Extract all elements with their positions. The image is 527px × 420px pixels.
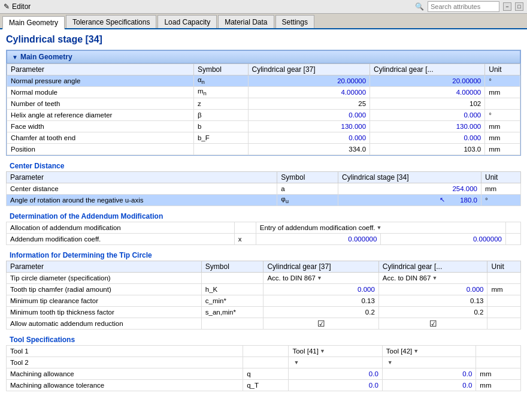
table-row[interactable]: Number of teeth z 25 102	[7, 98, 520, 110]
checkbox2-cell[interactable]: ☑	[378, 318, 487, 330]
val1-cell[interactable]: 0.2	[264, 307, 378, 318]
val2-cell[interactable]: 103.0	[370, 144, 485, 155]
val2-cell[interactable]: Tool [42] ▼	[382, 346, 475, 357]
table-row[interactable]: Tool 1 Tool [41] ▼ Tool [42] ▼	[7, 346, 521, 357]
val1-cell[interactable]: 0.000	[248, 110, 370, 121]
param-cell: Chamfer at tooth end	[7, 132, 194, 144]
val1-cell[interactable]: Tool [41] ▼	[289, 346, 382, 357]
val2-cell[interactable]: 130.000	[370, 121, 485, 132]
center-distance-label: Center Distance	[6, 159, 521, 171]
val1-cell[interactable]: 180.0 ↖	[338, 195, 481, 206]
col-unit: Unit	[487, 261, 521, 273]
table3-header-row: Parameter Symbol Cylindrical gear [37] C…	[7, 261, 521, 273]
val1-cell[interactable]: 0.0	[289, 380, 382, 391]
table-row[interactable]: Chamfer at tooth end b_F 0.000 0.000 mm	[7, 132, 520, 144]
tool-section: Tool Specifications Tool 1 Tool [41] ▼ T…	[6, 333, 521, 391]
table-row[interactable]: Normal module mn 4.00000 4.00000 mm	[7, 87, 520, 98]
table-row[interactable]: Tooth tip chamfer (radial amount) h_K 0.…	[7, 284, 521, 295]
dropdown-value: Entry of addendum modification coeff.	[260, 224, 375, 231]
unit-cell	[485, 98, 520, 110]
val1-cell[interactable]: 0.000000	[256, 234, 381, 245]
tab-tolerance[interactable]: Tolerance Specifications	[66, 15, 156, 28]
checkbox1-icon[interactable]: ☑	[317, 319, 325, 328]
unit-cell: mm	[485, 144, 520, 155]
val2-cell[interactable]: ▼	[382, 357, 475, 368]
table-row[interactable]: Position 334.0 103.0 mm	[7, 144, 520, 155]
tab-material-data[interactable]: Material Data	[218, 15, 274, 28]
val1-cell[interactable]: 25	[248, 98, 370, 110]
val1-cell[interactable]: 20.00000	[248, 75, 370, 87]
val1-cell[interactable]: 334.0	[248, 144, 370, 155]
symbol-cell: b	[193, 121, 248, 132]
table-row[interactable]: Helix angle at reference diameter β 0.00…	[7, 110, 520, 121]
dropdown-arrow-icon[interactable]: ▼	[320, 348, 325, 354]
val1-cell[interactable]: 0.000	[264, 284, 378, 295]
val1-cell[interactable]: 0.13	[264, 295, 378, 307]
table-row[interactable]: Allow automatic addendum reduction ☑ ☑	[7, 318, 521, 330]
unit-cell	[505, 234, 520, 245]
tab-load-capacity[interactable]: Load Capacity	[158, 15, 217, 28]
val1-cell[interactable]: 0.0	[289, 368, 382, 380]
checkbox1-cell[interactable]: ☑	[264, 318, 378, 330]
val2-cell[interactable]: 0.13	[378, 295, 487, 307]
val2-cell[interactable]: 0.2	[378, 307, 487, 318]
val2-cell[interactable]: 0.000000	[381, 234, 506, 245]
main-geometry-header: ▼ Main Geometry	[7, 50, 520, 64]
val2-cell[interactable]: 0.0	[382, 368, 475, 380]
param-cell: Position	[7, 144, 194, 155]
table-row[interactable]: Tip circle diameter (specification) Acc.…	[7, 273, 521, 284]
val1-cell[interactable]: 130.000	[248, 121, 370, 132]
dropdown-arrow-icon[interactable]: ▼	[387, 359, 393, 365]
checkbox2-icon[interactable]: ☑	[429, 319, 437, 328]
col-stage: Cylindrical stage [34]	[338, 172, 481, 183]
minimize-button[interactable]: −	[503, 2, 511, 11]
table-row[interactable]: Center distance a 254.000 mm	[7, 183, 521, 195]
dropdown-arrow-icon[interactable]: ▼	[377, 225, 382, 231]
symbol-cell: q	[243, 368, 289, 380]
table-row[interactable]: Minimum tip clearance factor c_min* 0.13…	[7, 295, 521, 307]
main-geometry-box: ▼ Main Geometry Parameter Symbol Cylindr…	[6, 50, 521, 156]
val1-cell[interactable]: Acc. to DIN 867 ▼	[264, 273, 378, 284]
val2-cell[interactable]: 20.00000	[370, 75, 485, 87]
val2-cell[interactable]: 0.0	[382, 380, 475, 391]
val2-cell[interactable]: Acc. to DIN 867 ▼	[378, 273, 487, 284]
val2-cell[interactable]: 0.000	[378, 284, 487, 295]
val2-cell[interactable]: 102	[370, 98, 485, 110]
editor-icon: ✎	[4, 2, 10, 11]
dropdown-arrow-icon[interactable]: ▼	[413, 348, 419, 354]
val-cell[interactable]: Entry of addendum modification coeff. ▼	[256, 222, 505, 234]
table-row[interactable]: Normal pressure angle αn 20.00000 20.000…	[7, 75, 520, 87]
maximize-button[interactable]: □	[515, 2, 523, 11]
val1-cell[interactable]: 4.00000	[248, 87, 370, 98]
val1-cell[interactable]: 0.000	[248, 132, 370, 144]
val1-cell[interactable]: 254.000	[338, 183, 481, 195]
table-row[interactable]: Tool 2 ▼ ▼	[7, 357, 521, 368]
table-row[interactable]: Machining allowance q 0.0 0.0 mm	[7, 368, 521, 380]
main-geometry-table: Parameter Symbol Cylindrical gear [37] C…	[7, 64, 520, 155]
tab-settings[interactable]: Settings	[275, 15, 314, 28]
table-row[interactable]: Machining allowance tolerance q_T 0.0 0.…	[7, 380, 521, 391]
param-cell: Tooth tip chamfer (radial amount)	[7, 284, 202, 295]
val2-cell[interactable]: 0.000	[370, 132, 485, 144]
table-row[interactable]: Minimum tooth tip thickness factor s_an,…	[7, 307, 521, 318]
param-cell: Center distance	[7, 183, 277, 195]
table-row[interactable]: Addendum modification coeff. x 0.000000 …	[7, 234, 521, 245]
collapse-arrow[interactable]: ▼	[12, 54, 18, 61]
val2-cell[interactable]: 4.00000	[370, 87, 485, 98]
addendum-label: Determination of the Addendum Modificati…	[6, 210, 521, 222]
table-row[interactable]: Angle of rotation around the negative u-…	[7, 195, 521, 206]
tab-main-geometry[interactable]: Main Geometry	[2, 16, 65, 29]
dropdown-arrow-icon[interactable]: ▼	[432, 275, 437, 281]
param-cell: Helix angle at reference diameter	[7, 110, 194, 121]
unit-cell: mm	[481, 183, 521, 195]
table-row[interactable]: Allocation of addendum modification Entr…	[7, 222, 521, 234]
dropdown-arrow-icon[interactable]: ▼	[293, 359, 299, 365]
symbol-cell	[201, 318, 264, 330]
table-row[interactable]: Face width b 130.000 130.000 mm	[7, 121, 520, 132]
param-cell: Allow automatic addendum reduction	[7, 318, 202, 330]
search-input[interactable]	[428, 1, 499, 12]
val1-cell[interactable]: ▼	[289, 357, 382, 368]
tip-circle-table: Parameter Symbol Cylindrical gear [37] C…	[6, 261, 521, 330]
dropdown-arrow-icon[interactable]: ▼	[317, 275, 322, 281]
val2-cell[interactable]: 0.000	[370, 110, 485, 121]
